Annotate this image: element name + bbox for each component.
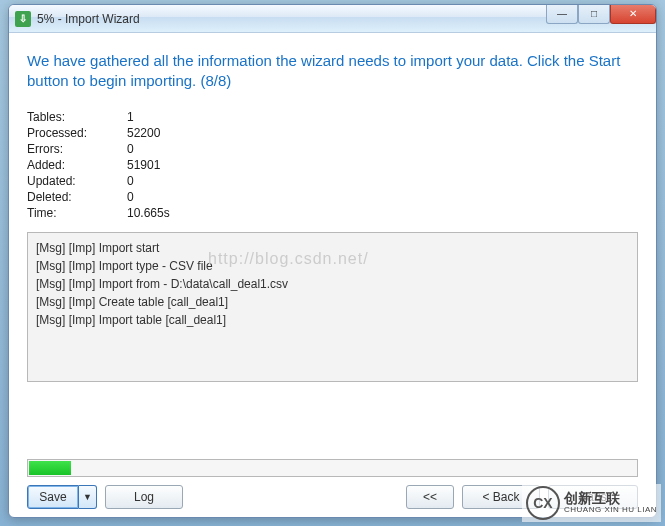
first-button[interactable]: << [406,485,454,509]
app-icon: ⇩ [15,11,31,27]
added-label: Added: [27,158,127,172]
titlebar[interactable]: ⇩ 5% - Import Wizard — □ ✕ [9,5,656,33]
minimize-button[interactable]: — [546,4,578,24]
stats-grid: Tables: 1 Processed: 52200 Errors: 0 Add… [27,110,638,220]
updated-label: Updated: [27,174,127,188]
errors-value: 0 [127,142,638,156]
deleted-value: 0 [127,190,638,204]
errors-label: Errors: [27,142,127,156]
save-split-button[interactable]: Save ▼ [27,485,97,509]
brand-name-en: CHUANG XIN HU LIAN [564,506,657,515]
updated-value: 0 [127,174,638,188]
tables-value: 1 [127,110,638,124]
brand-name-cn: 创新互联 [564,491,657,506]
brand-watermark: CX 创新互联 CHUANG XIN HU LIAN [522,484,661,522]
tables-label: Tables: [27,110,127,124]
wizard-heading: We have gathered all the information the… [27,51,638,92]
log-line: [Msg] [Imp] Import table [call_deal1] [36,311,629,329]
import-wizard-window: ⇩ 5% - Import Wizard — □ ✕ We have gathe… [8,4,657,518]
close-button[interactable]: ✕ [610,4,656,24]
content-area: We have gathered all the information the… [9,33,656,517]
save-button[interactable]: Save [27,485,79,509]
processed-value: 52200 [127,126,638,140]
log-line: [Msg] [Imp] Import type - CSV file [36,257,629,275]
log-line: [Msg] [Imp] Import from - D:\data\call_d… [36,275,629,293]
log-button[interactable]: Log [105,485,183,509]
processed-label: Processed: [27,126,127,140]
progress-bar [27,459,638,477]
brand-logo-icon: CX [526,486,560,520]
save-dropdown-icon[interactable]: ▼ [79,485,97,509]
log-line: [Msg] [Imp] Create table [call_deal1] [36,293,629,311]
maximize-button[interactable]: □ [578,4,610,24]
time-label: Time: [27,206,127,220]
log-line: [Msg] [Imp] Import start [36,239,629,257]
time-value: 10.665s [127,206,638,220]
window-title: 5% - Import Wizard [37,12,140,26]
window-controls: — □ ✕ [546,4,656,24]
added-value: 51901 [127,158,638,172]
deleted-label: Deleted: [27,190,127,204]
progress-fill [29,461,71,475]
log-textarea[interactable]: http://blog.csdn.net/ [Msg] [Imp] Import… [27,232,638,382]
